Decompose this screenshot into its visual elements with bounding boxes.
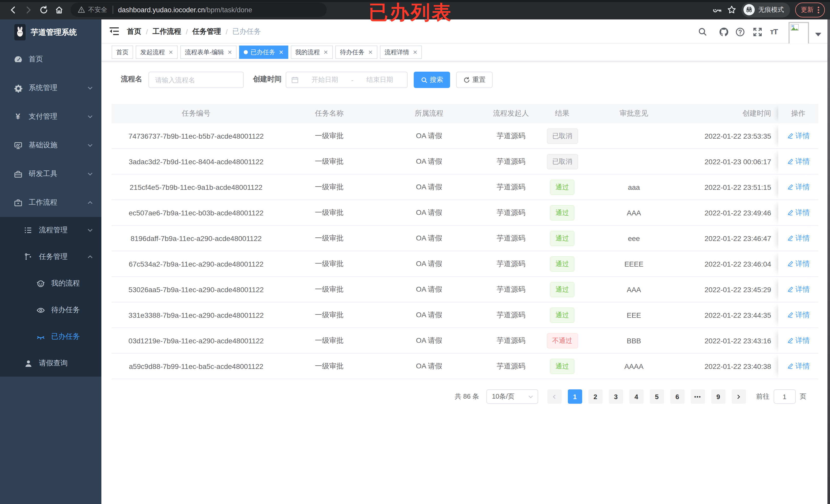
detail-button[interactable]: 详情: [787, 310, 810, 320]
page-button-3[interactable]: 3: [609, 390, 623, 404]
workflow-submenu: 流程管理 任务管理 我的流程 待办任务: [0, 217, 101, 377]
sidebar-item-workflow[interactable]: 工作流程: [0, 188, 101, 217]
tab-process-detail[interactable]: 流程详情 ✕: [380, 45, 422, 59]
sidebar-item-system[interactable]: 系统管理: [0, 74, 101, 102]
cell-task-id: 67c534a2-7b9a-11ec-a290-acde48001122: [111, 251, 281, 276]
help-button[interactable]: [735, 27, 745, 37]
cell-process: OA 请假: [378, 123, 480, 148]
detail-button[interactable]: 详情: [787, 285, 810, 294]
detail-button[interactable]: 详情: [787, 362, 810, 371]
security-status[interactable]: 不安全: [78, 5, 107, 14]
browser-menu-icon[interactable]: [818, 6, 819, 13]
page-button-4[interactable]: 4: [629, 390, 643, 404]
cell-task-id: ec507ae6-7b9a-11ec-b03b-acde48001122: [111, 200, 281, 225]
detail-button[interactable]: 详情: [787, 131, 810, 140]
page-button-6[interactable]: 6: [670, 390, 684, 404]
fullscreen-button[interactable]: [753, 27, 762, 37]
sidebar-item-devtools[interactable]: 研发工具: [0, 160, 101, 188]
avatar-dropdown-caret[interactable]: [815, 33, 821, 36]
detail-button[interactable]: 详情: [787, 208, 810, 217]
cell-process: OA 请假: [378, 328, 480, 353]
tab-process-form-edit[interactable]: 流程表单-编辑 ✕: [180, 45, 236, 59]
cell-process: OA 请假: [378, 200, 480, 225]
browser-update-button[interactable]: 更新: [795, 2, 825, 17]
tab-done-tasks[interactable]: 已办任务 ✕: [240, 45, 288, 59]
sidebar-item-todo-tasks[interactable]: 待办任务: [0, 297, 101, 324]
more-pages-button[interactable]: •••: [691, 390, 705, 404]
github-link[interactable]: [719, 27, 729, 37]
chevron-down-icon: [87, 113, 93, 120]
prev-page-button[interactable]: [547, 390, 562, 404]
address-bar[interactable]: 不安全 dashboard.yudao.iocoder.cn/bpm/task/…: [71, 3, 327, 17]
tab-home[interactable]: 首页: [111, 45, 133, 59]
sidebar-item-home[interactable]: 首页: [0, 45, 101, 74]
reset-button[interactable]: 重置: [456, 72, 492, 88]
browser-reload-button[interactable]: [36, 2, 51, 18]
start-date-placeholder[interactable]: 开始日期: [302, 75, 347, 85]
sidebar-item-task-management[interactable]: 任务管理: [0, 243, 101, 270]
cell-process: OA 请假: [378, 251, 480, 276]
tab-todo-tasks[interactable]: 待办任务 ✕: [336, 45, 377, 59]
browser-back-button[interactable]: [5, 2, 21, 18]
sidebar-item-label: 工作流程: [29, 198, 57, 207]
sidebar-item-leave-query[interactable]: 请假查询: [0, 350, 101, 377]
chevron-down-icon: [87, 227, 93, 233]
bookmark-star-icon[interactable]: [727, 5, 736, 14]
next-page-button[interactable]: [731, 390, 746, 404]
password-key-icon[interactable]: [713, 5, 722, 14]
page-button-1[interactable]: 1: [568, 390, 582, 404]
tags-view-bar: 首页 发起流程 ✕ 流程表单-编辑 ✕ 已办任务 ✕ 我的流程 ✕: [101, 43, 827, 61]
edit-icon: [787, 261, 793, 267]
breadcrumb-task-management[interactable]: 任务管理: [193, 27, 221, 36]
tab-start-process[interactable]: 发起流程 ✕: [136, 45, 178, 59]
close-icon[interactable]: ✕: [323, 49, 328, 56]
goto-page-input[interactable]: [773, 390, 795, 404]
cell-task-id: 03d1219e-7b9a-11ec-a290-acde48001122: [111, 328, 281, 353]
cell-process: OA 请假: [378, 354, 480, 379]
font-size-button[interactable]: тT: [770, 27, 777, 36]
browser-home-button[interactable]: [51, 2, 67, 18]
breadcrumb-workflow[interactable]: 工作流程: [153, 27, 181, 36]
cell-comment: BBB: [583, 328, 685, 353]
detail-button[interactable]: 详情: [787, 157, 810, 166]
active-dot: [244, 50, 248, 54]
process-name-input[interactable]: [149, 72, 244, 88]
detail-button[interactable]: 详情: [787, 259, 810, 268]
close-icon[interactable]: ✕: [227, 49, 232, 56]
page-size-select[interactable]: 10条/页: [486, 390, 538, 404]
close-icon[interactable]: ✕: [413, 49, 417, 56]
detail-button[interactable]: 详情: [787, 182, 810, 192]
sidebar-item-process-management[interactable]: 流程管理: [0, 217, 101, 243]
sidebar-item-done-tasks[interactable]: 已办任务: [0, 324, 101, 350]
search-button[interactable]: 搜索: [414, 72, 450, 88]
detail-button[interactable]: 详情: [787, 336, 810, 345]
sidebar-item-payment[interactable]: ¥ 支付管理: [0, 102, 101, 131]
page-button-9[interactable]: 9: [711, 390, 725, 404]
close-icon[interactable]: ✕: [279, 49, 283, 56]
close-icon[interactable]: ✕: [168, 49, 173, 56]
chevron-down-icon: [87, 171, 93, 177]
date-range-picker[interactable]: 开始日期 - 结束日期: [286, 72, 408, 88]
close-icon[interactable]: ✕: [368, 49, 373, 56]
cell-created: 2022-01-23 00:06:17: [685, 149, 778, 174]
breadcrumb-home[interactable]: 首页: [127, 27, 141, 36]
page-button-2[interactable]: 2: [588, 390, 602, 404]
user-avatar[interactable]: [789, 22, 809, 46]
page-button-5[interactable]: 5: [649, 390, 664, 404]
annotation-text: 已办列表: [369, 1, 453, 24]
sidebar-item-label: 首页: [29, 55, 43, 64]
forward-icon: [27, 7, 30, 12]
collapse-sidebar-button[interactable]: [109, 27, 119, 36]
cell-created: 2022-01-22 23:43:16: [685, 328, 778, 353]
header-search-button[interactable]: [698, 27, 707, 36]
app-logo[interactable]: 芋道管理系统: [0, 20, 101, 45]
cell-process: OA 请假: [378, 174, 480, 200]
detail-button[interactable]: 详情: [787, 234, 810, 243]
sidebar-item-label: 已办任务: [51, 332, 80, 341]
tab-my-process[interactable]: 我的流程 ✕: [291, 45, 332, 59]
end-date-placeholder[interactable]: 结束日期: [357, 75, 402, 85]
browser-forward-button[interactable]: [21, 2, 36, 18]
cell-task-id: 331e3388-7b9a-11ec-a290-acde48001122: [111, 302, 281, 328]
sidebar-item-my-process[interactable]: 我的流程: [0, 270, 101, 297]
sidebar-item-infrastructure[interactable]: 基础设施: [0, 131, 101, 160]
